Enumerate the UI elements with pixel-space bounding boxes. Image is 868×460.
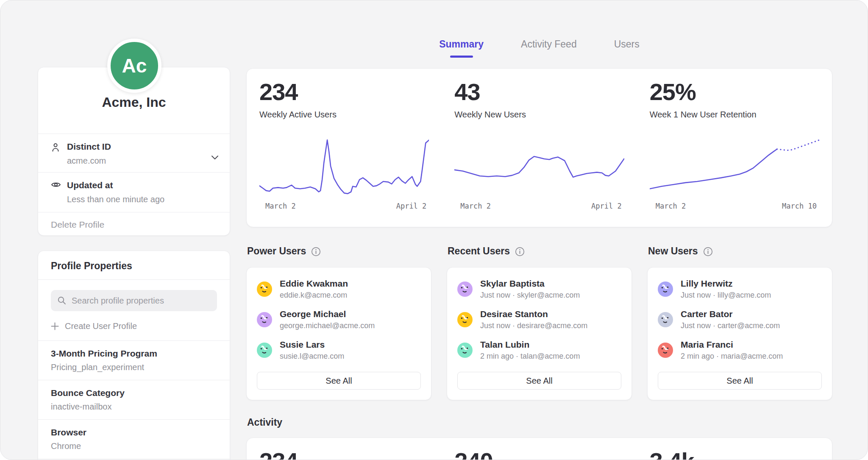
- user-meta: george.michael@acme.com: [280, 321, 375, 330]
- activity-card: 234 240 3.4k: [246, 438, 832, 460]
- user-row[interactable]: Lilly HerwitzJust now · lilly@acme.com: [658, 279, 822, 300]
- x-axis-tick: April 2: [591, 202, 622, 210]
- distinct-id-row[interactable]: Distinct ID acme.com: [38, 134, 230, 173]
- updated-at-row: Updated at Less than one minute ago: [38, 173, 230, 212]
- section-title: Recent Users: [448, 245, 510, 257]
- property-name: Bounce Category: [51, 388, 217, 398]
- org-avatar: Ac: [107, 39, 161, 93]
- plus-icon: [51, 322, 59, 330]
- property-value: Pricing_plan_experiment: [51, 362, 217, 372]
- x-axis-tick: March 2: [265, 202, 296, 210]
- user-name: George Michael: [280, 309, 375, 319]
- avatar-face-icon: [457, 312, 473, 327]
- profile-rows: Distinct ID acme.com Updated at Less tha…: [38, 134, 230, 235]
- stat-label: Week 1 New User Retention: [650, 110, 819, 120]
- activity-title: Activity: [246, 417, 832, 428]
- user-row[interactable]: Skylar BaptistaJust now · skyler@acme.co…: [457, 279, 621, 300]
- property-row[interactable]: BrowserChrome: [38, 420, 230, 459]
- property-row[interactable]: 3-Month Pricing ProgramPricing_plan_expe…: [38, 341, 230, 380]
- tab-bar: Summary Activity Feed Users: [246, 39, 832, 58]
- profile-properties-title: Profile Properties: [38, 251, 230, 279]
- user-meta: Just now · lilly@acme.com: [681, 291, 771, 300]
- user-row[interactable]: Talan Lubin2 min ago · talan@acme.com: [457, 340, 621, 361]
- user-name: Eddie Kwakman: [280, 279, 348, 289]
- user-name: Lilly Herwitz: [681, 279, 771, 289]
- activity-stat: 234: [247, 438, 442, 460]
- delete-profile-button[interactable]: Delete Profile: [38, 212, 230, 237]
- stat-value: 25%: [650, 80, 819, 105]
- user-row[interactable]: Carter BatorJust now · carter@acme.com: [658, 309, 822, 330]
- user-meta: Just now · desirare@acme.com: [480, 321, 587, 330]
- stat-weekly-new-users: 43 Weekly New Users March 2 April 2: [442, 69, 637, 227]
- info-icon[interactable]: [515, 247, 525, 256]
- see-all-button[interactable]: See All: [658, 372, 822, 390]
- user-list-card: Eddie Kwakmaneddie.k@acme.comGeorge Mich…: [246, 267, 431, 400]
- property-row[interactable]: Bounce Categoryinactive-mailbox: [38, 380, 230, 420]
- stat-weekly-active-users: 234 Weekly Active Users March 2 April 2: [247, 69, 442, 227]
- activity-stat: 3.4k: [637, 438, 832, 460]
- user-meta: Just now · skyler@acme.com: [480, 291, 580, 300]
- user-name: Carter Bator: [681, 309, 780, 319]
- see-all-button[interactable]: See All: [257, 372, 421, 390]
- user-row[interactable]: George Michaelgeorge.michael@acme.com: [257, 309, 421, 330]
- property-value: inactive-mailbox: [51, 402, 217, 412]
- avatar-face-icon: [257, 282, 272, 297]
- user-meta: 2 min ago · talan@acme.com: [480, 352, 580, 361]
- user-name: Susie Lars: [280, 340, 344, 350]
- avatar-face-icon: [457, 343, 473, 358]
- user-row[interactable]: Maria Franci2 min ago · maria@acme.com: [658, 340, 822, 361]
- distinct-id-label: Distinct ID: [67, 142, 111, 152]
- tab-users[interactable]: Users: [614, 39, 640, 58]
- create-user-profile-button[interactable]: Create User Profile: [51, 321, 217, 331]
- activity-section: Activity 234 240 3.4k: [246, 417, 832, 460]
- user-row[interactable]: Eddie Kwakmaneddie.k@acme.com: [257, 279, 421, 300]
- user-name: Skylar Baptista: [480, 279, 580, 289]
- avatar-face-icon: [658, 312, 673, 327]
- tab-activity-feed[interactable]: Activity Feed: [521, 39, 577, 58]
- avatar-face-icon: [658, 343, 673, 358]
- summary-stats-card: 234 Weekly Active Users March 2 April 2 …: [246, 68, 832, 227]
- user-name: Desirae Stanton: [480, 309, 587, 319]
- avatar-face-icon: [457, 282, 473, 297]
- sparkline-chart: [650, 132, 819, 199]
- avatar-face-icon: [257, 312, 272, 327]
- avatar-face-icon: [658, 282, 673, 297]
- user-name: Talan Lubin: [480, 340, 580, 350]
- app-window: Ac Acme, Inc Distinct ID acme.com: [0, 0, 868, 460]
- user-meta: susie.l@acme.com: [280, 352, 344, 361]
- profile-properties-list: 3-Month Pricing ProgramPricing_plan_expe…: [38, 341, 230, 459]
- see-all-button[interactable]: See All: [457, 372, 621, 390]
- updated-at-value: Less than one minute ago: [67, 195, 164, 204]
- property-name: 3-Month Pricing Program: [51, 348, 217, 359]
- org-name: Acme, Inc: [38, 95, 230, 110]
- tab-summary[interactable]: Summary: [439, 39, 484, 58]
- info-icon[interactable]: [311, 247, 321, 256]
- section-new-users: New Users Lilly HerwitzJust now · lilly@…: [647, 245, 832, 400]
- x-axis-tick: April 2: [396, 202, 427, 210]
- section-power-users: Power Users Eddie Kwakmaneddie.k@acme.co…: [246, 245, 431, 400]
- user-sections: Power Users Eddie Kwakmaneddie.k@acme.co…: [246, 245, 832, 400]
- search-input[interactable]: [72, 296, 211, 306]
- search-icon: [57, 296, 67, 305]
- info-icon[interactable]: [703, 247, 713, 256]
- x-axis-tick: March 10: [782, 202, 817, 210]
- stat-value: 43: [454, 80, 624, 105]
- user-list-card: Skylar BaptistaJust now · skyler@acme.co…: [447, 267, 632, 400]
- x-axis-tick: March 2: [656, 202, 686, 210]
- chevron-down-icon[interactable]: [211, 154, 219, 162]
- user-list-card: Lilly HerwitzJust now · lilly@acme.comCa…: [647, 267, 832, 400]
- property-value: Chrome: [51, 441, 217, 451]
- create-user-profile-label: Create User Profile: [65, 321, 137, 331]
- profile-properties-card: Profile Properties Create User Profile 3…: [38, 251, 230, 460]
- updated-at-label: Updated at: [67, 180, 164, 190]
- user-row[interactable]: Desirae StantonJust now · desirare@acme.…: [457, 309, 621, 330]
- section-title: New Users: [648, 245, 698, 257]
- profile-properties-search[interactable]: [51, 290, 217, 311]
- person-icon: [51, 142, 61, 154]
- user-row[interactable]: Susie Larssusie.l@acme.com: [257, 340, 421, 361]
- stat-week1-retention: 25% Week 1 New User Retention March 2 Ma…: [637, 69, 832, 227]
- x-axis-labels: March 2 March 10: [650, 199, 819, 210]
- sparkline-chart: [454, 132, 624, 199]
- x-axis-tick: March 2: [460, 202, 491, 210]
- user-meta: eddie.k@acme.com: [280, 291, 348, 300]
